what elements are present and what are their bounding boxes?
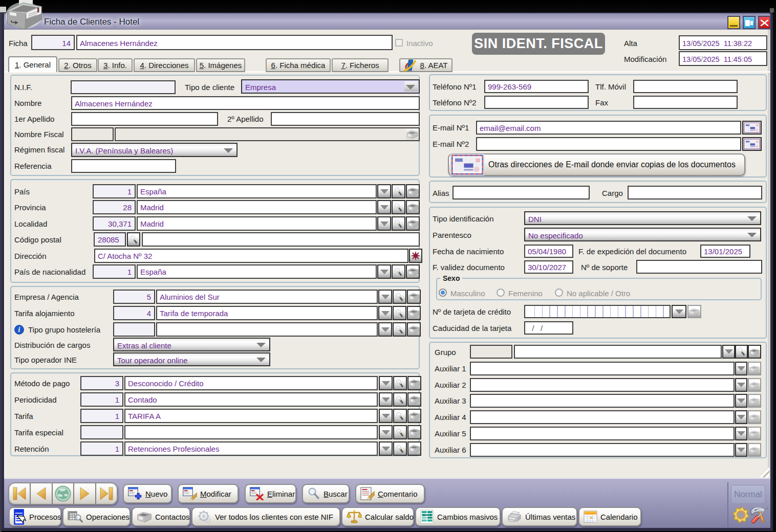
- svg-text:i: i: [18, 326, 20, 334]
